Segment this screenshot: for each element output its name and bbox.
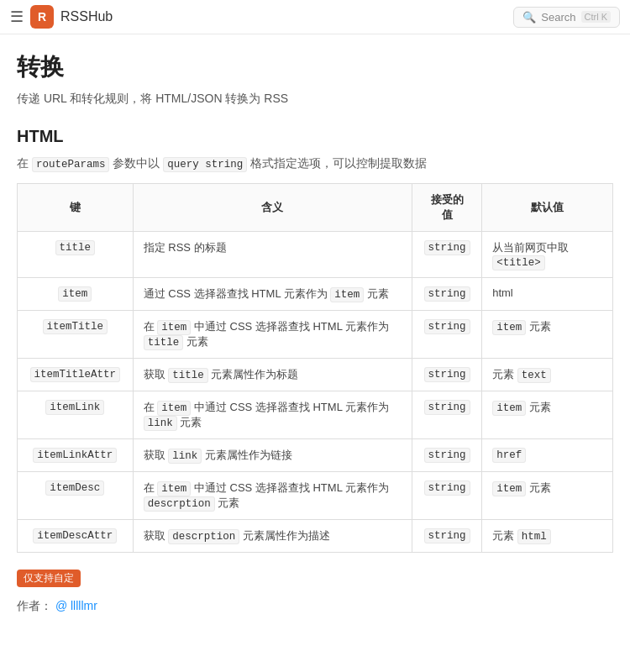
params-table: 键 含义 接受的值 默认值 title 指定 RSS 的标题 string 从当…: [17, 183, 613, 553]
search-shortcut: Ctrl K: [581, 11, 612, 23]
row-default: 从当前网页中取 <title>: [482, 232, 613, 278]
col-header-key: 键: [18, 184, 134, 232]
app-logo: R: [30, 5, 54, 29]
query-string-code: query string: [163, 157, 247, 172]
row-accepted: string: [412, 472, 482, 520]
row-key: itemDescAttr: [18, 520, 134, 553]
row-accepted: string: [412, 520, 482, 553]
row-meaning: 获取 descrption 元素属性作为描述: [133, 520, 412, 553]
row-default: item 元素: [482, 391, 613, 439]
main-content: 转换 传递 URL 和转化规则，将 HTML/JSON 转换为 RSS HTML…: [0, 34, 630, 639]
row-default: item 元素: [482, 472, 613, 520]
row-meaning: 在 item 中通过 CSS 选择器查找 HTML 元素作为 descrptio…: [133, 472, 412, 520]
table-header-row: 键 含义 接受的值 默认值: [18, 184, 613, 232]
table-row: itemLink 在 item 中通过 CSS 选择器查找 HTML 元素作为 …: [18, 391, 613, 439]
row-key: itemTitle: [18, 311, 134, 359]
row-default: 元素 html: [482, 520, 613, 553]
row-accepted: string: [412, 391, 482, 439]
page-description: 传递 URL 和转化规则，将 HTML/JSON 转换为 RSS: [17, 92, 613, 107]
author-handle[interactable]: @ lllllmr: [55, 599, 97, 612]
table-row: itemLinkAttr 获取 link 元素属性作为链接 string hre…: [18, 439, 613, 472]
table-row: title 指定 RSS 的标题 string 从当前网页中取 <title>: [18, 232, 613, 278]
route-params-code: routeParams: [32, 157, 110, 172]
row-key: title: [18, 232, 134, 278]
table-row: itemDescAttr 获取 descrption 元素属性作为描述 stri…: [18, 520, 613, 553]
table-row: itemDesc 在 item 中通过 CSS 选择器查找 HTML 元素作为 …: [18, 472, 613, 520]
header: ☰ R RSSHub 🔍 Search Ctrl K: [0, 0, 630, 34]
page-title: 转换: [17, 51, 613, 83]
row-accepted: string: [412, 439, 482, 472]
menu-icon[interactable]: ☰: [10, 8, 24, 26]
author-prefix: 作者：: [17, 599, 52, 612]
row-key: itemDesc: [18, 472, 134, 520]
row-default: 元素 text: [482, 359, 613, 391]
app-name: RSSHub: [60, 9, 113, 24]
row-meaning: 在 item 中通过 CSS 选择器查找 HTML 元素作为 title 元素: [133, 311, 412, 359]
row-default: item 元素: [482, 311, 613, 359]
author-line: 作者： @ lllllmr: [17, 599, 613, 614]
row-default: html: [482, 278, 613, 311]
header-left: ☰ R RSSHub: [10, 5, 113, 29]
row-key: itemLinkAttr: [18, 439, 134, 472]
col-header-meaning: 含义: [133, 184, 412, 232]
row-meaning: 指定 RSS 的标题: [133, 232, 412, 278]
row-meaning: 通过 CSS 选择器查找 HTML 元素作为 item 元素: [133, 278, 412, 311]
table-row: itemTitle 在 item 中通过 CSS 选择器查找 HTML 元素作为…: [18, 311, 613, 359]
search-bar[interactable]: 🔍 Search Ctrl K: [513, 7, 620, 28]
row-meaning: 获取 link 元素属性作为链接: [133, 439, 412, 472]
search-label: Search: [541, 11, 575, 24]
row-default: href: [482, 439, 613, 472]
row-key: itemTitleAttr: [18, 359, 134, 391]
row-accepted: string: [412, 278, 482, 311]
row-key: item: [18, 278, 134, 311]
table-row: itemTitleAttr 获取 title 元素属性作为标题 string 元…: [18, 359, 613, 391]
col-header-default: 默认值: [482, 184, 613, 232]
table-row: item 通过 CSS 选择器查找 HTML 元素作为 item 元素 stri…: [18, 278, 613, 311]
row-key: itemLink: [18, 391, 134, 439]
search-icon: 🔍: [522, 11, 536, 24]
row-accepted: string: [412, 311, 482, 359]
support-badge[interactable]: 仅支持自定: [17, 570, 81, 587]
html-section-title: HTML: [17, 127, 613, 146]
row-meaning: 在 item 中通过 CSS 选择器查找 HTML 元素作为 link 元素: [133, 391, 412, 439]
html-section-desc: 在 routeParams 参数中以 query string 格式指定选项，可…: [17, 156, 613, 171]
col-header-accepted: 接受的值: [412, 184, 482, 232]
row-meaning: 获取 title 元素属性作为标题: [133, 359, 412, 391]
row-accepted: string: [412, 232, 482, 278]
row-accepted: string: [412, 359, 482, 391]
